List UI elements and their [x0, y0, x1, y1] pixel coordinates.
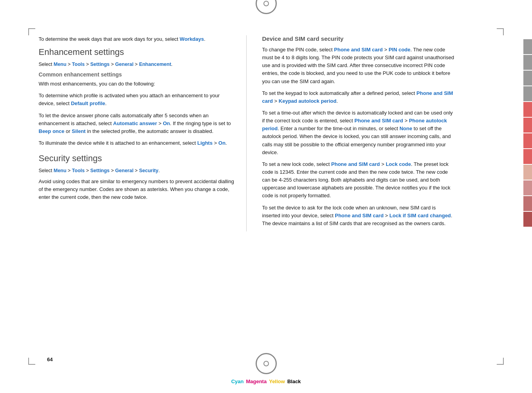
- intro-text-suffix: .: [204, 36, 205, 42]
- corner-mark-bl-h: [28, 364, 35, 365]
- lock-if-sim-changed-link[interactable]: Lock if SIM card changed: [389, 213, 451, 218]
- security-settings-title: Security settings: [39, 153, 234, 164]
- enhancement-para1: With most enhancements, you can do the f…: [39, 80, 234, 88]
- enhancement-para2: To determine which profile is activated …: [39, 92, 234, 107]
- enhancement-settings-title: Enhancement settings: [39, 47, 234, 57]
- right-tab-1[interactable]: [523, 39, 532, 54]
- dsim-p3-suffix1: . Enter a number for the time-out in min…: [278, 126, 399, 131]
- dsim-p1-pre: To change the PIN code, select: [262, 47, 334, 53]
- right-tab-3[interactable]: [523, 71, 532, 86]
- intro-text-before: To determine the week days that are work…: [39, 36, 180, 42]
- intro-paragraph: To determine the week days that are work…: [39, 35, 234, 43]
- right-tab-12[interactable]: [523, 212, 532, 227]
- enhancement-nav-general[interactable]: General: [115, 62, 134, 67]
- enhancement-nav-menu[interactable]: Menu: [54, 62, 67, 67]
- security-para1: Avoid using codes that are similar to em…: [39, 178, 234, 201]
- keypad-autolock-link[interactable]: Keypad autolock period: [279, 98, 336, 104]
- corner-mark-tr-v: [503, 28, 504, 35]
- pin-code-link[interactable]: PIN code: [389, 47, 410, 53]
- enhancement-nav-suffix: .: [171, 62, 172, 67]
- page-number: 64: [47, 357, 53, 362]
- corner-mark-tl-h: [28, 28, 35, 29]
- enhancement-nav-sep4: >: [133, 62, 139, 67]
- enh-p3-mid2: . If the ringing type is set to: [170, 120, 231, 126]
- enhancement-para3: To let the device answer phone calls aut…: [39, 112, 234, 135]
- silent-link[interactable]: Silent: [72, 128, 85, 134]
- default-profile-link[interactable]: Default profile: [71, 100, 105, 106]
- phone-sim-card-link4[interactable]: Phone and SIM card: [331, 161, 380, 167]
- common-enhancement-subtitle: Common enhancement settings: [39, 71, 234, 78]
- device-sim-para5: To set the device to ask for the lock co…: [262, 204, 454, 227]
- enh-p4-suffix: .: [225, 140, 227, 146]
- sec-nav-sep3: >: [110, 168, 115, 173]
- right-tab-11[interactable]: [523, 196, 532, 211]
- enh-p2-pre: To determine which profile is activated …: [39, 93, 220, 106]
- dsim-p2-pre: To set the keypad to lock automatically …: [262, 90, 417, 96]
- right-column: Device and SIM card security To change t…: [247, 35, 454, 231]
- dsim-p2-suffix: .: [336, 98, 338, 104]
- phone-sim-card-link1[interactable]: Phone and SIM card: [334, 47, 383, 53]
- dsim-p4-mid: >: [380, 161, 386, 167]
- none-link[interactable]: None: [399, 126, 412, 131]
- beep-once-link[interactable]: Beep once: [39, 128, 65, 134]
- sec-nav-security[interactable]: Security: [139, 168, 158, 173]
- right-tab-8[interactable]: [523, 149, 532, 164]
- corner-mark-br-v: [503, 358, 504, 365]
- enhancement-nav-sep2: >: [85, 62, 90, 67]
- cmyk-black-label: Black: [287, 378, 301, 384]
- enh-p3-mid1: >: [157, 120, 163, 126]
- dsim-p2-mid: >: [273, 98, 279, 104]
- cmyk-bar: Cyan Magenta Yellow Black: [231, 378, 301, 384]
- sec-nav-menu[interactable]: Menu: [54, 168, 67, 173]
- enh-p3-mid3: or: [64, 128, 72, 134]
- enh-p3-suffix: in the selected profile, the automatic a…: [85, 128, 213, 134]
- dsim-p4-pre: To set a new lock code, select: [262, 161, 331, 167]
- enhancement-para4: To illuminate the device while it is att…: [39, 139, 234, 147]
- left-column: To determine the week days that are work…: [39, 35, 247, 231]
- bottom-circle-decoration: [256, 353, 277, 374]
- enhancement-nav-sep1: >: [66, 62, 72, 67]
- cmyk-cyan-label: Cyan: [231, 378, 244, 384]
- right-tab-5[interactable]: [523, 102, 532, 117]
- enhancement-nav-prefix: Select: [39, 62, 54, 67]
- enhancement-nav-sep3: >: [110, 62, 115, 67]
- corner-mark-tl-v: [28, 28, 29, 35]
- lights-link[interactable]: Lights: [197, 140, 212, 146]
- enhancement-nav-settings[interactable]: Settings: [90, 62, 109, 67]
- sec-nav-settings[interactable]: Settings: [90, 168, 109, 173]
- sec-nav-general[interactable]: General: [115, 168, 134, 173]
- enhancement-nav-tools[interactable]: Tools: [72, 62, 85, 67]
- cmyk-yellow-label: Yellow: [269, 378, 285, 384]
- sec-nav-sep4: >: [133, 168, 139, 173]
- sec-nav-sep2: >: [85, 168, 90, 173]
- enhancement-nav-path: Select Menu > Tools > Settings > General…: [39, 60, 234, 68]
- right-tab-4[interactable]: [523, 86, 532, 101]
- enhancement-nav-enhancement[interactable]: Enhancement: [139, 62, 171, 67]
- dsim-p1-mid: >: [383, 47, 389, 53]
- right-tab-6[interactable]: [523, 118, 532, 133]
- dsim-p3-mid: >: [403, 118, 409, 124]
- phone-sim-card-link5[interactable]: Phone and SIM card: [335, 213, 383, 218]
- sec-nav-sep1: >: [66, 168, 72, 173]
- right-tab-2[interactable]: [523, 55, 532, 70]
- phone-sim-card-link3[interactable]: Phone and SIM card: [354, 118, 403, 124]
- right-tab-10[interactable]: [523, 180, 532, 195]
- security-nav-path: Select Menu > Tools > Settings > General…: [39, 167, 234, 175]
- auto-answer-on-link[interactable]: On: [163, 120, 170, 126]
- corner-mark-bl-v: [28, 358, 29, 365]
- sec-nav-tools[interactable]: Tools: [72, 168, 85, 173]
- top-circle-decoration: [256, 0, 277, 14]
- right-tab-9[interactable]: [523, 165, 532, 180]
- right-tab-7[interactable]: [523, 133, 532, 148]
- lock-code-link[interactable]: Lock code: [386, 161, 411, 167]
- device-sim-para3: To set a time-out after which the device…: [262, 109, 454, 156]
- automatic-answer-link[interactable]: Automatic answer: [113, 120, 157, 126]
- enh-p2-suffix: .: [105, 100, 107, 106]
- right-tab-bar: [523, 39, 532, 227]
- lights-on-link[interactable]: On: [218, 140, 225, 146]
- workdays-link[interactable]: Workdays: [180, 36, 204, 42]
- sec-nav-prefix: Select: [39, 168, 54, 173]
- enh-p4-pre: To illuminate the device while it is att…: [39, 140, 198, 146]
- device-sim-para2: To set the keypad to lock automatically …: [262, 89, 454, 105]
- page: To determine the week days that are work…: [0, 0, 532, 393]
